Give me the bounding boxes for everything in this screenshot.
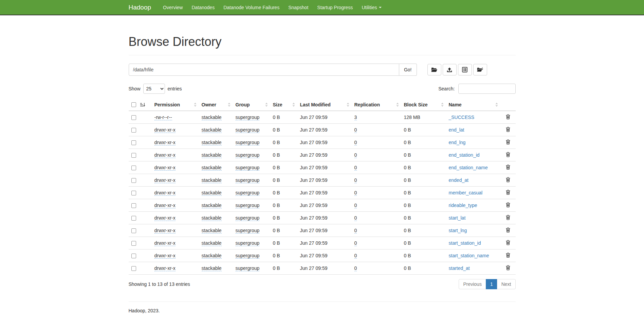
replication-value[interactable]: 0: [354, 165, 357, 171]
column-header-owner[interactable]: Owner: [199, 99, 233, 111]
row-checkbox[interactable]: [131, 191, 136, 195]
row-checkbox[interactable]: [131, 128, 136, 133]
file-list-button[interactable]: [458, 64, 472, 75]
replication-value[interactable]: 0: [354, 228, 357, 234]
permission-value[interactable]: -rw-r--r--: [154, 115, 172, 120]
owner-value[interactable]: stackable: [202, 127, 222, 133]
owner-value[interactable]: stackable: [202, 140, 222, 145]
permission-value[interactable]: drwxr-xr-x: [154, 140, 176, 145]
next-page-button[interactable]: Next: [497, 279, 516, 289]
permission-value[interactable]: drwxr-xr-x: [154, 177, 176, 183]
replication-value[interactable]: 0: [354, 265, 357, 271]
replication-value[interactable]: 0: [354, 140, 357, 145]
permission-value[interactable]: drwxr-xr-x: [154, 215, 176, 221]
group-value[interactable]: supergroup: [236, 228, 260, 234]
delete-button[interactable]: [506, 165, 510, 170]
select-all-checkbox[interactable]: [131, 102, 136, 107]
file-link[interactable]: end_lng: [449, 140, 466, 145]
create-directory-button[interactable]: [427, 64, 441, 75]
upload-file-button[interactable]: [443, 64, 457, 75]
row-checkbox[interactable]: [131, 178, 136, 183]
permission-value[interactable]: drwxr-xr-x: [154, 203, 176, 208]
replication-value[interactable]: 3: [354, 115, 357, 120]
column-header-last-modified[interactable]: Last Modified: [297, 99, 352, 111]
replication-value[interactable]: 0: [354, 203, 357, 208]
file-link[interactable]: start_lat: [449, 215, 466, 221]
delete-button[interactable]: [506, 127, 510, 132]
column-header-block-size[interactable]: Block Size: [401, 99, 446, 111]
group-value[interactable]: supergroup: [236, 240, 260, 246]
group-value[interactable]: supergroup: [236, 265, 260, 271]
delete-button[interactable]: [506, 177, 510, 182]
group-value[interactable]: supergroup: [236, 140, 260, 145]
search-input[interactable]: [458, 84, 516, 94]
column-header-permission[interactable]: Permission: [152, 99, 199, 111]
row-checkbox[interactable]: [131, 228, 136, 233]
owner-value[interactable]: stackable: [202, 115, 222, 120]
delete-button[interactable]: [506, 152, 510, 157]
page-size-select[interactable]: 25: [143, 84, 165, 94]
group-value[interactable]: supergroup: [236, 215, 260, 221]
column-header-replication[interactable]: Replication: [352, 99, 401, 111]
replication-value[interactable]: 0: [354, 253, 357, 259]
group-value[interactable]: supergroup: [236, 152, 260, 158]
permission-value[interactable]: drwxr-xr-x: [154, 228, 176, 234]
select-all-header[interactable]: [129, 99, 152, 111]
replication-value[interactable]: 0: [354, 177, 357, 183]
brand-hadoop[interactable]: Hadoop: [129, 4, 151, 11]
owner-value[interactable]: stackable: [202, 177, 222, 183]
group-value[interactable]: supergroup: [236, 203, 260, 208]
row-checkbox[interactable]: [131, 140, 136, 145]
owner-value[interactable]: stackable: [202, 215, 222, 221]
previous-page-button[interactable]: Previous: [459, 279, 486, 289]
page-1-button[interactable]: 1: [486, 279, 497, 289]
nav-snapshot[interactable]: Snapshot: [284, 5, 313, 10]
delete-button[interactable]: [506, 227, 510, 232]
delete-button[interactable]: [506, 190, 510, 195]
replication-value[interactable]: 0: [354, 240, 357, 246]
owner-value[interactable]: stackable: [202, 240, 222, 246]
nav-utilities[interactable]: Utilities: [357, 5, 386, 10]
file-link[interactable]: member_casual: [449, 190, 483, 195]
move-paste-button[interactable]: [473, 64, 487, 75]
delete-button[interactable]: [506, 139, 510, 144]
column-header-name[interactable]: Name: [446, 99, 500, 111]
group-value[interactable]: supergroup: [236, 190, 260, 196]
replication-value[interactable]: 0: [354, 190, 357, 196]
replication-value[interactable]: 0: [354, 152, 357, 158]
file-link[interactable]: start_station_id: [449, 240, 481, 246]
group-value[interactable]: supergroup: [236, 127, 260, 133]
owner-value[interactable]: stackable: [202, 203, 222, 208]
nav-datanode-volume-failures[interactable]: Datanode Volume Failures: [219, 5, 284, 10]
column-header-group[interactable]: Group: [233, 99, 270, 111]
file-link[interactable]: start_lng: [449, 228, 467, 233]
delete-button[interactable]: [506, 240, 510, 245]
owner-value[interactable]: stackable: [202, 228, 222, 234]
owner-value[interactable]: stackable: [202, 190, 222, 196]
column-header-size[interactable]: Size: [270, 99, 297, 111]
file-link[interactable]: end_lat: [449, 127, 464, 133]
file-link[interactable]: _SUCCESS: [449, 115, 474, 120]
row-checkbox[interactable]: [131, 203, 136, 208]
group-value[interactable]: supergroup: [236, 253, 260, 259]
owner-value[interactable]: stackable: [202, 253, 222, 259]
file-link[interactable]: rideable_type: [449, 203, 477, 208]
row-checkbox[interactable]: [131, 216, 136, 221]
row-checkbox[interactable]: [131, 115, 136, 120]
row-checkbox[interactable]: [131, 266, 136, 271]
nav-startup-progress[interactable]: Startup Progress: [313, 5, 357, 10]
file-link[interactable]: start_station_name: [449, 253, 489, 258]
nav-datanodes[interactable]: Datanodes: [187, 5, 219, 10]
permission-value[interactable]: drwxr-xr-x: [154, 165, 176, 171]
file-link[interactable]: started_at: [449, 265, 470, 271]
delete-button[interactable]: [506, 202, 510, 207]
go-button[interactable]: Go!: [399, 64, 417, 76]
replication-value[interactable]: 0: [354, 215, 357, 221]
permission-value[interactable]: drwxr-xr-x: [154, 152, 176, 158]
file-link[interactable]: end_station_name: [449, 165, 488, 170]
row-checkbox[interactable]: [131, 153, 136, 158]
permission-value[interactable]: drwxr-xr-x: [154, 190, 176, 196]
row-checkbox[interactable]: [131, 241, 136, 246]
group-value[interactable]: supergroup: [236, 165, 260, 171]
permission-value[interactable]: drwxr-xr-x: [154, 240, 176, 246]
